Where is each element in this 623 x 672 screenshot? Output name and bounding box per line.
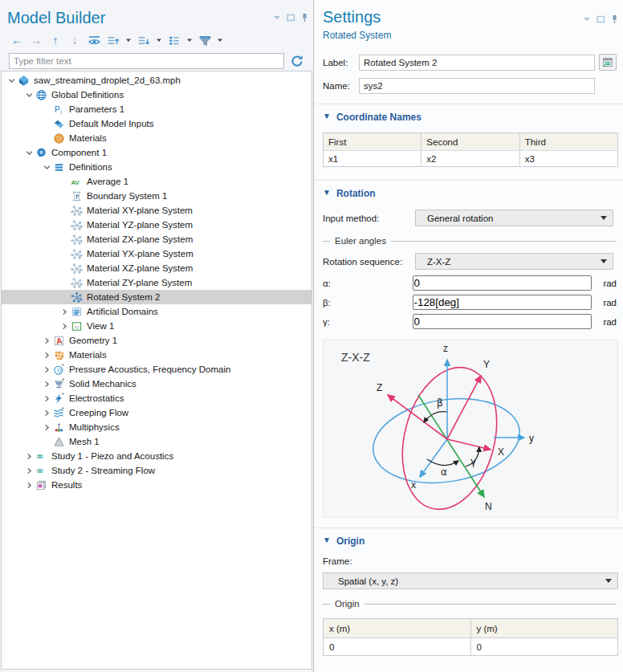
tree-item-material-yx-plane-system[interactable]: Material YX-plane System bbox=[2, 246, 312, 261]
tree-filter-input[interactable] bbox=[9, 53, 284, 69]
tree-item-default-model-inputs[interactable]: Default Model Inputs bbox=[2, 116, 312, 131]
origin-cell-x[interactable]: 0 bbox=[324, 638, 471, 656]
tree-item-electrostatics[interactable]: *Electrostatics bbox=[2, 391, 312, 405]
tree-chevron-collapsed-icon[interactable] bbox=[24, 450, 35, 462]
create-parameter-button[interactable] bbox=[599, 54, 617, 71]
tree-chevron-collapsed-icon[interactable] bbox=[42, 334, 52, 347]
expand-all-menu-caret[interactable] bbox=[124, 33, 132, 47]
forward-arrow-button[interactable]: → bbox=[28, 33, 44, 47]
collapse-all-button[interactable] bbox=[136, 33, 152, 47]
origin-cell-y[interactable]: 0 bbox=[470, 638, 618, 656]
tree-item-average-1[interactable]: AVAverage 1 bbox=[2, 174, 312, 189]
tree-item-material-zy-plane-system[interactable]: Material ZY-plane System bbox=[2, 275, 312, 290]
tree-item-material-zx-plane-system[interactable]: Material ZX-plane System bbox=[2, 232, 312, 246]
tree-item-results[interactable]: Results bbox=[2, 478, 312, 492]
rotation-sequence-label: Rotation sequence: bbox=[323, 257, 415, 267]
mph-file-icon bbox=[17, 74, 30, 87]
rotation-sequence-dropdown[interactable]: Z-X-Z bbox=[415, 253, 613, 270]
tree-item-material-yz-plane-system[interactable]: Material YZ-plane System bbox=[2, 218, 312, 232]
tree-chevron-expanded-icon[interactable] bbox=[6, 74, 17, 87]
tree-item-component-1[interactable]: Component 1 bbox=[2, 145, 312, 160]
back-arrow-button[interactable]: ← bbox=[9, 33, 25, 47]
coordinate-cell-second[interactable]: x2 bbox=[421, 151, 519, 167]
gamma-input[interactable] bbox=[413, 314, 592, 329]
tree-item-materials[interactable]: Materials bbox=[2, 348, 312, 362]
tree-item-creeping-flow[interactable]: *Creeping Flow bbox=[2, 405, 312, 420]
tree-item-artificial-domains[interactable]: Artificial Domains bbox=[2, 304, 312, 319]
frame-dropdown[interactable]: Spatial (x, y, z) bbox=[323, 572, 618, 589]
tree-chevron-collapsed-icon[interactable] bbox=[42, 377, 52, 390]
alpha-label: α: bbox=[323, 279, 413, 288]
tree-item-label: Global Definitions bbox=[47, 90, 124, 100]
tree-item-materials[interactable]: Materials bbox=[2, 131, 312, 145]
float-window-icon[interactable] bbox=[287, 14, 295, 22]
tree-item-definitions[interactable]: Definitions bbox=[2, 160, 312, 174]
pin-icon[interactable] bbox=[611, 14, 618, 24]
tree-item-view-1[interactable]: xyView 1 bbox=[2, 319, 312, 333]
input-method-dropdown[interactable]: General rotation bbox=[415, 210, 613, 226]
tree-item-boundary-system-1[interactable]: Boundary System 1 bbox=[2, 189, 312, 203]
origin-group-label: Origin bbox=[335, 599, 360, 609]
section-coordinate-names[interactable]: ▼ Coordinate Names bbox=[323, 112, 617, 123]
tree-chevron-spacer bbox=[42, 103, 52, 116]
tree-item-study-1-piezo-and-acoustics[interactable]: ∞Study 1 - Piezo and Acoustics bbox=[2, 449, 312, 463]
tree-item-label: Materials bbox=[65, 133, 107, 143]
tree-chevron-collapsed-icon[interactable] bbox=[42, 392, 52, 405]
tree-chevron-expanded-icon[interactable] bbox=[24, 146, 35, 159]
panel-menu-caret-icon[interactable] bbox=[583, 16, 591, 22]
move-down-button[interactable]: ↓ bbox=[67, 33, 83, 47]
tree-chevron-collapsed-icon[interactable] bbox=[42, 348, 52, 361]
tree-chevron-collapsed-icon[interactable] bbox=[42, 421, 52, 434]
show-button[interactable] bbox=[86, 33, 102, 47]
tree-chevron-collapsed-icon[interactable] bbox=[24, 464, 35, 477]
panel-menu-caret-icon[interactable] bbox=[273, 14, 281, 21]
artificial-domains-icon bbox=[70, 305, 83, 318]
alpha-input[interactable] bbox=[413, 275, 592, 291]
node-text-menu-caret[interactable] bbox=[185, 33, 193, 47]
pin-icon[interactable] bbox=[301, 13, 308, 22]
tree-chevron-collapsed-icon[interactable] bbox=[59, 320, 70, 332]
tree-item-pressure-acoustics-frequency-domain[interactable]: *Pressure Acoustics, Frequency Domain bbox=[2, 362, 312, 377]
expand-all-icon bbox=[107, 35, 120, 47]
tree-item-saw-streaming-droplet-2d-63-mph[interactable]: saw_streaming_droplet_2d_63.mph bbox=[2, 73, 312, 88]
euler-angles-group: Euler angles bbox=[323, 236, 617, 246]
tree-item-geometry-1[interactable]: AGeometry 1 bbox=[2, 333, 312, 348]
coordinate-cell-first[interactable]: x1 bbox=[324, 151, 421, 167]
beta-input[interactable] bbox=[413, 295, 592, 310]
tree-chevron-collapsed-icon[interactable] bbox=[24, 479, 35, 491]
tree-item-mesh-1[interactable]: Mesh 1 bbox=[2, 434, 312, 449]
back-arrow-icon: ← bbox=[11, 35, 22, 46]
tree-item-material-xy-plane-system[interactable]: Material XY-plane System bbox=[2, 203, 312, 218]
dropdown-caret-icon bbox=[601, 216, 607, 220]
model-tree-node-text-button[interactable] bbox=[166, 33, 182, 47]
coordinate-cell-third[interactable]: x3 bbox=[519, 151, 617, 167]
tree-item-multiphysics[interactable]: Multiphysics bbox=[2, 420, 312, 434]
tree-chevron-collapsed-icon[interactable] bbox=[42, 363, 52, 376]
tree-chevron-collapsed-icon[interactable] bbox=[59, 305, 70, 318]
section-origin[interactable]: ▼ Origin bbox=[323, 536, 617, 547]
tree-chevron-expanded-icon[interactable] bbox=[24, 88, 35, 101]
filter-button[interactable] bbox=[197, 33, 213, 47]
collapse-all-menu-caret[interactable] bbox=[155, 33, 163, 47]
float-window-icon[interactable] bbox=[597, 15, 605, 23]
filter-menu-caret[interactable] bbox=[216, 33, 224, 47]
tree-item-label: Geometry 1 bbox=[65, 336, 117, 345]
tree-item-material-xz-plane-system[interactable]: Material XZ-plane System bbox=[2, 261, 312, 275]
name-input[interactable] bbox=[359, 78, 595, 94]
refresh-filter-button[interactable] bbox=[289, 54, 305, 68]
tree-item-global-definitions[interactable]: Global Definitions bbox=[2, 88, 312, 102]
chevron-down-icon: ▼ bbox=[323, 112, 331, 120]
section-rotation[interactable]: ▼ Rotation bbox=[323, 188, 617, 199]
tree-chevron-expanded-icon[interactable] bbox=[42, 161, 52, 173]
expand-all-button[interactable] bbox=[105, 33, 121, 47]
filter-funnel-icon bbox=[198, 35, 212, 47]
label-input[interactable] bbox=[359, 55, 595, 71]
move-up-button[interactable]: ↑ bbox=[47, 33, 63, 47]
tree-item-study-2-streaming-flow[interactable]: ∞Study 2 - Streaming Flow bbox=[2, 463, 312, 478]
tree-item-label: Rotated System 2 bbox=[83, 292, 160, 302]
tree-item-rotated-system-2[interactable]: Rotated System 2 bbox=[2, 290, 312, 304]
tree-item-solid-mechanics[interactable]: *Solid Mechanics bbox=[2, 377, 312, 391]
tree-item-parameters-1[interactable]: PiParameters 1 bbox=[2, 102, 312, 116]
section-title: Origin bbox=[336, 536, 364, 547]
tree-chevron-collapsed-icon[interactable] bbox=[42, 406, 52, 419]
